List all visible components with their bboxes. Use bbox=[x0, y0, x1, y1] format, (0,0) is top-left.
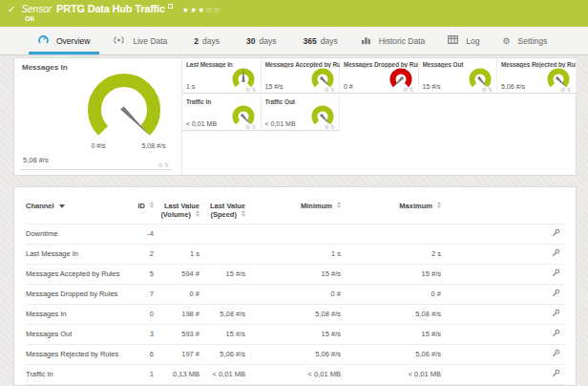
cell-id: 1 bbox=[133, 364, 154, 384]
tab-historic-data[interactable]: Historic Data bbox=[349, 27, 437, 54]
small-gauges-row-2: Traffic In < 0,01 MB ⚙⇅ Traffic Out < 0,… bbox=[182, 96, 577, 131]
cell-last-value-speed: 5,06 #/s bbox=[200, 344, 245, 364]
tab-bar: Overview Live Data 2 days 30 days 365 da… bbox=[0, 27, 588, 55]
column-header-id[interactable]: ID bbox=[133, 200, 154, 224]
cell-channel: Messages Out bbox=[26, 324, 133, 344]
gauge-messages-in-main[interactable]: Messages In 0 #/s 5,08 #/s 5,08 #/s ⚙⇅ bbox=[14, 58, 182, 175]
edit-channel-icon[interactable] bbox=[552, 248, 560, 259]
sort-icon bbox=[150, 202, 154, 208]
edit-channel-icon[interactable] bbox=[552, 369, 560, 379]
cell-channel: Messages Dropped by Rules bbox=[26, 284, 133, 304]
cell-minimum: 5,08 #/s bbox=[245, 304, 341, 324]
edit-channel-icon[interactable] bbox=[552, 329, 560, 339]
gauge-settings-icons[interactable]: ⚙⇅ bbox=[158, 161, 170, 168]
column-header-last-value-volume[interactable]: Last Value (Volume) bbox=[154, 200, 200, 224]
gauge-traffic-out[interactable]: Traffic Out < 0,01 MB ⚙⇅ bbox=[262, 96, 341, 131]
gauge-settings-icons[interactable]: ⚙⇅ bbox=[245, 86, 257, 93]
cell-minimum bbox=[245, 224, 341, 244]
cell-minimum: 1 s bbox=[245, 244, 341, 264]
cell-last-value-volume: 0 # bbox=[154, 284, 200, 304]
status-badge: OK bbox=[25, 15, 35, 22]
column-header-maximum[interactable]: Maximum bbox=[341, 200, 441, 224]
gauge-messages-rejected-by-rules[interactable]: Messages Rejected by Rules 5,06 #/s ⚙⇅ bbox=[497, 58, 577, 94]
cell-maximum: 15 #/s bbox=[341, 264, 441, 284]
cell-maximum: 5,08 #/s bbox=[341, 304, 441, 324]
cell-channel: Messages Accepted by Rules bbox=[26, 264, 133, 284]
gauge-settings-icons[interactable]: ⚙⇅ bbox=[403, 86, 414, 93]
cell-last-value-volume: 594 # bbox=[154, 264, 200, 284]
sort-icon bbox=[242, 210, 245, 217]
cell-last-value-speed: 5,08 #/s bbox=[200, 304, 245, 324]
sensor-status-header: ✓ Sensor PRTG Data Hub Traffic ★★★☆☆ OK bbox=[0, 0, 588, 27]
gauge-messages-accepted-by-rules[interactable]: Messages Accepted by Rules 15 #/s ⚙⇅ bbox=[262, 58, 341, 94]
table-row-messages-in: Messages In 0 198 # 5,08 #/s 5,08 #/s 5,… bbox=[26, 304, 566, 324]
sort-icon bbox=[196, 210, 200, 217]
settings-tab-icon: ⚙ bbox=[503, 36, 511, 46]
gauge-messages-out[interactable]: Messages Out 15 #/s ⚙⇅ bbox=[419, 58, 498, 94]
table-row-downtime: Downtime -4 bbox=[26, 224, 566, 244]
main-gauge-scale-min: 0 #/s bbox=[74, 142, 122, 149]
gauge-settings-icons[interactable]: ⚙⇅ bbox=[560, 86, 572, 93]
prtg-sensor-overview-page: { "header": { "check": "✓", "kind": "Sen… bbox=[0, 0, 588, 386]
status-ok-check-icon: ✓ bbox=[8, 4, 15, 14]
sensor-flag-icon bbox=[168, 4, 173, 9]
live-tab-icon bbox=[113, 35, 125, 47]
tab-overview[interactable]: Overview bbox=[27, 27, 101, 54]
cell-maximum: 0 # bbox=[341, 284, 441, 304]
gauge-traffic-in[interactable]: Traffic In < 0,01 MB ⚙⇅ bbox=[182, 96, 262, 131]
cell-last-value-volume: 0,13 MB bbox=[154, 364, 200, 384]
table-row-messages-accepted-by-rules: Messages Accepted by Rules 5 594 # 15 #/… bbox=[26, 264, 566, 284]
edit-channel-icon[interactable] bbox=[552, 309, 560, 319]
cell-id: 0 bbox=[133, 304, 154, 324]
edit-channel-icon[interactable] bbox=[552, 349, 560, 359]
cell-maximum: 2 s bbox=[341, 244, 441, 264]
edit-channel-icon[interactable] bbox=[552, 289, 560, 299]
cell-minimum: 15 #/s bbox=[245, 324, 341, 344]
priority-stars[interactable]: ★★★☆☆ bbox=[182, 6, 221, 14]
sort-icon bbox=[337, 202, 341, 208]
column-header-minimum[interactable]: Minimum bbox=[245, 200, 341, 224]
cell-channel: Traffic In bbox=[26, 364, 133, 384]
cell-last-value-speed bbox=[200, 284, 245, 304]
gauge-settings-icons[interactable]: ⚙⇅ bbox=[245, 123, 257, 130]
tab-log[interactable]: Log bbox=[436, 27, 491, 54]
gauge-last-message-in[interactable]: Last Message In 1 s ⚙⇅ bbox=[182, 58, 262, 94]
edit-channel-icon[interactable] bbox=[552, 268, 560, 279]
tab-settings[interactable]: ⚙ Settings bbox=[492, 27, 559, 54]
tab-365-days[interactable]: 365 days bbox=[288, 27, 349, 54]
column-header-actions bbox=[441, 200, 566, 224]
tab-2-days[interactable]: 2 days bbox=[178, 27, 231, 54]
gauge-settings-icons[interactable]: ⚙⇅ bbox=[325, 123, 336, 130]
cell-last-value-volume bbox=[154, 224, 200, 244]
edit-channel-icon[interactable] bbox=[552, 228, 560, 239]
tab-live-data[interactable]: Live Data bbox=[101, 27, 178, 54]
cell-channel: Messages In bbox=[26, 304, 133, 324]
cell-minimum: 5,06 #/s bbox=[245, 344, 341, 364]
cell-minimum: < 0,01 MB bbox=[245, 364, 341, 384]
cell-id: 7 bbox=[133, 284, 154, 304]
column-header-last-value-speed[interactable]: Last Value (Speed) bbox=[200, 200, 245, 224]
table-row-traffic-in: Traffic In 1 0,13 MB < 0,01 MB < 0,01 MB… bbox=[26, 364, 566, 384]
cell-id: -4 bbox=[133, 224, 154, 244]
object-kind-label: Sensor bbox=[21, 4, 52, 14]
sensor-title: PRTG Data Hub Traffic bbox=[56, 3, 165, 14]
cell-maximum bbox=[341, 224, 441, 244]
sort-icon bbox=[437, 202, 441, 208]
table-row-messages-out: Messages Out 3 593 # 15 #/s 15 #/s 15 #/… bbox=[26, 324, 566, 344]
gauge-messages-dropped-by-rules[interactable]: Messages Dropped by Rules 0 # ⚙⇅ bbox=[340, 58, 419, 94]
column-header-channel[interactable]: Channel bbox=[26, 200, 133, 224]
cell-id: 3 bbox=[133, 324, 154, 344]
main-gauge-scale-max: 5,08 #/s bbox=[127, 142, 180, 149]
main-gauge-title: Messages In bbox=[22, 63, 68, 72]
cell-last-value-speed: 15 #/s bbox=[200, 264, 245, 284]
cell-last-value-volume: 198 # bbox=[154, 304, 200, 324]
gauge-settings-icons[interactable]: ⚙⇅ bbox=[482, 86, 494, 93]
gauge-settings-icons[interactable]: ⚙⇅ bbox=[325, 86, 336, 93]
table-row-messages-dropped-by-rules: Messages Dropped by Rules 7 0 # 0 # 0 # bbox=[26, 284, 566, 304]
historic-tab-icon bbox=[361, 35, 371, 47]
tab-30-days[interactable]: 30 days bbox=[231, 27, 287, 54]
cell-minimum: 0 # bbox=[245, 284, 341, 304]
divider bbox=[20, 169, 172, 170]
gauges-panel: Messages In 0 #/s 5,08 #/s 5,08 #/s ⚙⇅ L… bbox=[13, 57, 577, 176]
cell-maximum: 15 #/s bbox=[341, 324, 441, 344]
